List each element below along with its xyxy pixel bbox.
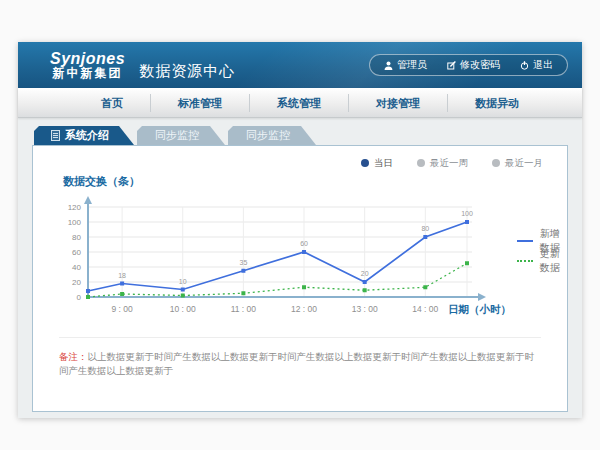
logout-label: 退出: [533, 58, 553, 72]
svg-text:10: 10: [179, 278, 187, 285]
document-icon: [51, 130, 60, 141]
svg-text:40: 40: [72, 263, 81, 272]
svg-text:80: 80: [72, 233, 81, 242]
legend-line-dotted: [517, 260, 533, 262]
tab-label: 同步监控: [155, 128, 199, 143]
edit-icon: [447, 61, 456, 70]
current-user-button[interactable]: 管理员: [374, 58, 437, 72]
svg-text:80: 80: [421, 225, 429, 232]
radio-last-week[interactable]: 最近一周: [417, 157, 468, 170]
svg-text:11 : 00: 11 : 00: [231, 304, 257, 314]
svg-text:100: 100: [68, 218, 82, 227]
svg-text:9 : 00: 9 : 00: [111, 304, 133, 314]
chart-legend: 新增数据 更新数据: [517, 231, 567, 331]
logo-text-cn: 新中新集团: [53, 67, 123, 80]
app-window: Synjones 新中新集团 数据资源中心 管理员 修改密码 退出 首页 标准管…: [18, 42, 582, 418]
svg-text:20: 20: [72, 278, 81, 287]
legend-item-update-data: 更新数据: [517, 251, 567, 271]
nav-item-home[interactable]: 首页: [74, 94, 150, 112]
tab-label: 系统介绍: [65, 128, 109, 143]
nav-item-standard-mgmt[interactable]: 标准管理: [150, 94, 249, 112]
radio-today[interactable]: 当日: [361, 157, 393, 170]
legend-label: 更新数据: [540, 247, 567, 275]
tab-system-intro[interactable]: 系统介绍: [34, 126, 134, 145]
chart-panel: 当日 最近一周 最近一月 数据交换（条） 0204060801001209 : …: [32, 145, 568, 412]
time-range-filter: 当日 最近一周 最近一月: [33, 146, 567, 170]
svg-text:12 : 00: 12 : 00: [291, 304, 317, 314]
svg-text:18: 18: [118, 272, 126, 279]
logo-text-en: Synjones: [50, 50, 125, 68]
chart-area: 0204060801001209 : 0010 : 0011 : 0012 : …: [33, 193, 567, 331]
radio-icon: [417, 159, 425, 167]
svg-text:60: 60: [300, 240, 308, 247]
logout-button[interactable]: 退出: [510, 58, 563, 72]
svg-text:35: 35: [239, 259, 247, 266]
change-password-label: 修改密码: [460, 58, 500, 72]
app-header: Synjones 新中新集团 数据资源中心 管理员 修改密码 退出: [18, 42, 582, 88]
y-axis-title: 数据交换（条）: [63, 174, 567, 189]
nav-item-data-change[interactable]: 数据异动: [447, 94, 546, 112]
legend-line-solid: [517, 240, 533, 242]
company-logo: Synjones 新中新集团: [50, 50, 125, 81]
note-text: 以上数据更新于时间产生数据以上数据更新于时间产生数据以上数据更新于时间产生数据以…: [59, 351, 534, 376]
line-chart: 0204060801001209 : 0010 : 0011 : 0012 : …: [49, 193, 515, 331]
main-nav: 首页 标准管理 系统管理 对接管理 数据异动: [18, 88, 582, 118]
note-prefix: 备注：: [59, 351, 88, 362]
page-title: 数据资源中心: [139, 62, 235, 81]
svg-text:14 : 00: 14 : 00: [412, 304, 438, 314]
tab-sync-monitor-2[interactable]: 同步监控: [228, 126, 316, 145]
svg-text:日期（小时）: 日期（小时）: [448, 303, 511, 316]
power-icon: [520, 61, 529, 70]
tab-bar: 系统介绍 同步监控 同步监控: [34, 126, 568, 145]
svg-text:100: 100: [461, 210, 473, 217]
radio-icon: [492, 159, 500, 167]
svg-text:13 : 00: 13 : 00: [352, 304, 378, 314]
svg-text:60: 60: [72, 248, 81, 257]
tab-label: 同步监控: [246, 128, 290, 143]
svg-text:20: 20: [361, 270, 369, 277]
radio-label: 最近一月: [505, 157, 543, 170]
change-password-button[interactable]: 修改密码: [437, 58, 510, 72]
user-icon: [384, 61, 393, 70]
radio-label: 当日: [374, 157, 393, 170]
nav-item-interface-mgmt[interactable]: 对接管理: [348, 94, 447, 112]
nav-item-system-mgmt[interactable]: 系统管理: [249, 94, 348, 112]
radio-last-month[interactable]: 最近一月: [492, 157, 543, 170]
svg-text:120: 120: [68, 203, 82, 212]
content-area: 系统介绍 同步监控 同步监控 当日 最近一周: [18, 118, 582, 418]
current-user-label: 管理员: [397, 58, 427, 72]
tab-sync-monitor-1[interactable]: 同步监控: [137, 126, 225, 145]
footer-note: 备注：以上数据更新于时间产生数据以上数据更新于时间产生数据以上数据更新于时间产生…: [59, 337, 541, 378]
radio-icon: [361, 159, 369, 167]
svg-text:0: 0: [77, 293, 82, 302]
svg-text:10 : 00: 10 : 00: [170, 304, 196, 314]
radio-label: 最近一周: [430, 157, 468, 170]
user-menu: 管理员 修改密码 退出: [369, 54, 568, 76]
